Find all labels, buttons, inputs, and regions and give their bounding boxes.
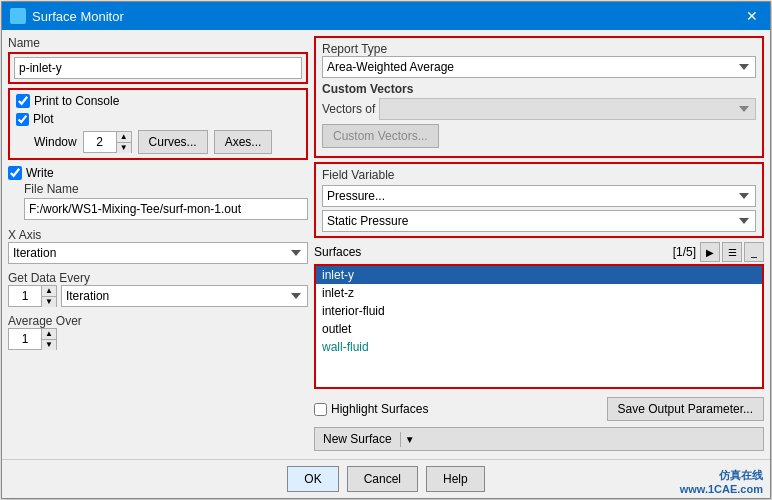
get-data-spinner-down[interactable]: ▼ [42,297,56,307]
custom-vectors-label: Custom Vectors [322,82,756,96]
new-surface-arrow-icon[interactable]: ▼ [400,432,419,447]
vectors-of-label: Vectors of [322,102,375,116]
save-output-button[interactable]: Save Output Parameter... [607,397,764,421]
curves-button[interactable]: Curves... [138,130,208,154]
field-variable-label: Field Variable [322,168,756,182]
window-spinner[interactable]: ▲ ▼ [83,131,132,153]
plot-checkbox[interactable] [16,113,29,126]
vectors-of-select [379,98,756,120]
surfaces-icon-btn-3[interactable]: ⎯ [744,242,764,262]
x-axis-label: X Axis [8,228,41,242]
close-button[interactable]: ✕ [742,8,762,24]
new-surface-label: New Surface [315,430,400,448]
file-name-input[interactable] [24,198,308,220]
surface-item-inlet-y[interactable]: inlet-y [316,266,762,284]
titlebar: Surface Monitor ✕ [2,2,770,30]
surfaces-icon-btn-2[interactable]: ☰ [722,242,742,262]
print-to-console-checkbox[interactable] [16,94,30,108]
spinner-down[interactable]: ▼ [117,143,131,153]
window-value[interactable] [84,132,116,152]
report-type-section: Report Type Area-Weighted Average Mass-W… [314,36,764,158]
name-label: Name [8,36,308,50]
get-data-spinner[interactable]: ▲ ▼ [8,285,57,307]
surfaces-count: [1/5] [673,245,696,259]
surfaces-label: Surfaces [314,245,361,259]
print-to-console-label: Print to Console [34,94,119,108]
write-checkbox[interactable] [8,166,22,180]
field-variable-section: Field Variable Pressure... Velocity... S… [314,162,764,238]
surface-item-interior-fluid[interactable]: interior-fluid [316,302,762,320]
surface-item-inlet-z[interactable]: inlet-z [316,284,762,302]
report-type-label: Report Type [322,42,387,56]
plot-label: Plot [33,112,54,126]
options-section: Print to Console Plot Window ▲ ▼ [8,88,308,160]
dialog-footer: OK Cancel Help [2,459,770,498]
new-surface-button[interactable]: New Surface ▼ [314,427,764,451]
field-variable-secondary-select[interactable]: Static Pressure Total Pressure [322,210,756,232]
help-button[interactable]: Help [426,466,485,492]
get-data-spinner-up[interactable]: ▲ [42,286,56,297]
get-data-value[interactable] [9,286,41,306]
highlight-surfaces-label: Highlight Surfaces [331,402,428,416]
ok-button[interactable]: OK [287,466,338,492]
window-title: Surface Monitor [32,9,124,24]
avg-spinner-up[interactable]: ▲ [42,329,56,340]
average-over-spinner[interactable]: ▲ ▼ [8,328,57,350]
get-data-label: Get Data Every [8,271,90,285]
file-name-label: File Name [24,182,79,196]
cancel-button[interactable]: Cancel [347,466,418,492]
average-over-value[interactable] [9,329,41,349]
window-label: Window [34,135,77,149]
avg-spinner-down[interactable]: ▼ [42,340,56,350]
get-data-unit-select[interactable]: Iteration Time Step [61,285,308,307]
spinner-up[interactable]: ▲ [117,132,131,143]
name-input[interactable] [14,57,302,79]
surfaces-list[interactable]: inlet-y inlet-z interior-fluid outlet wa… [314,264,764,389]
write-label: Write [26,166,54,180]
custom-vectors-button: Custom Vectors... [322,124,439,148]
x-axis-select[interactable]: Iteration Time [8,242,308,264]
surfaces-icon-btn-1[interactable]: ▶ [700,242,720,262]
highlight-surfaces-checkbox[interactable] [314,403,327,416]
axes-button[interactable]: Axes... [214,130,273,154]
field-variable-primary-select[interactable]: Pressure... Velocity... [322,185,756,207]
window-icon [10,8,26,24]
surface-item-wall-fluid[interactable]: wall-fluid [316,338,762,356]
average-over-label: Average Over [8,314,82,328]
report-type-select[interactable]: Area-Weighted Average Mass-Weighted Aver… [322,56,756,78]
surface-item-outlet[interactable]: outlet [316,320,762,338]
